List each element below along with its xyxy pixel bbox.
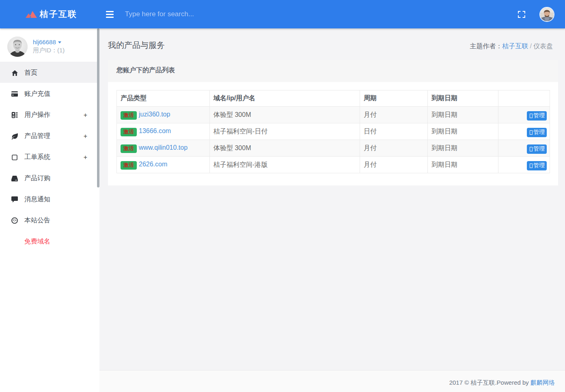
sidebar-user-id: 用户ID：(1)	[33, 47, 65, 54]
product-cell: 体验型 300M	[210, 140, 360, 157]
box-glyph-icon	[530, 164, 533, 168]
due-cell: 到期日期	[428, 123, 498, 140]
content-area: 我的产品与服务 主题作者：桔子互联/仪表盘 您账户下的产品列表 产品类型域名/i…	[99, 28, 565, 392]
manage-button-label: 管理	[533, 145, 545, 153]
product-cell: 体验型 300M	[210, 107, 360, 123]
status-badge: 激活	[121, 144, 137, 153]
table-row: 激活2626.com桔子福利空间-港版月付到期日期管理	[117, 157, 550, 173]
sidebar-scrollbar[interactable]	[97, 28, 99, 187]
domain-link[interactable]: 2626.com	[139, 161, 167, 168]
breadcrumb-separator: /	[530, 43, 532, 50]
sidebar-item-label: 工单系统	[24, 153, 84, 162]
cycle-cell: 月付	[360, 107, 428, 123]
table-header-4: 到期日期	[428, 90, 498, 107]
sidebar-item-8[interactable]: 本站公告	[0, 209, 99, 230]
domain-link[interactable]: 13666.com	[139, 127, 171, 134]
table-row: 激活13666.com桔子福利空间-日付日付到期日期管理	[117, 123, 550, 140]
sidebar-item-label: 产品订购	[24, 174, 92, 183]
sidebar-menu: 首页账户充值用户操作+产品管理+工单系统+产品订购消息通知本站公告免费域名	[0, 62, 99, 252]
sidebar-item-label: 账户充值	[24, 90, 92, 98]
product-cell: 桔子福利空间-日付	[210, 123, 360, 140]
caret-down-icon	[58, 41, 61, 43]
fullscreen-icon	[518, 11, 525, 18]
navbar-search	[125, 10, 513, 18]
footer-vendor-link[interactable]: 麒麟网络	[530, 379, 555, 387]
cycle-cell: 日付	[360, 123, 428, 140]
cycle-cell: 月付	[360, 140, 428, 157]
sidebar-user-panel: hlj66688 用户ID：(1)	[0, 28, 99, 62]
box-glyph-icon	[530, 114, 533, 118]
manage-button-label: 管理	[533, 129, 545, 136]
expand-plus-icon: +	[84, 133, 87, 140]
breadcrumb-prefix: 主题作者：	[470, 43, 502, 50]
sidebar: hlj66688 用户ID：(1) 首页账户充值用户操作+产品管理+工单系统+产…	[0, 28, 99, 392]
address-book-icon	[11, 112, 18, 118]
sidebar-item-free-domain[interactable]: 免费域名	[0, 230, 99, 252]
table-row: 激活www.qilin010.top体验型 300M月付到期日期管理	[117, 140, 550, 157]
status-badge: 激活	[121, 161, 137, 170]
page-title: 我的产品与服务	[108, 40, 165, 51]
sidebar-item-label: 首页	[24, 69, 92, 77]
due-cell: 到期日期	[428, 157, 498, 173]
sidebar-avatar-image	[7, 37, 28, 57]
expand-plus-icon: +	[84, 154, 87, 161]
panel-header: 您账户下的产品列表	[108, 60, 558, 82]
dashboard-icon	[11, 218, 18, 224]
manage-button[interactable]: 管理	[527, 111, 547, 121]
table-header-1: 产品类型	[117, 90, 210, 107]
expand-plus-icon: +	[84, 112, 87, 119]
sidebar-user-avatar	[7, 37, 28, 57]
sidebar-item-1[interactable]: 首页	[0, 62, 99, 83]
sidebar-item-7[interactable]: 消息通知	[0, 188, 99, 209]
due-cell: 到期日期	[428, 107, 498, 123]
fullscreen-button[interactable]	[513, 0, 530, 28]
status-badge: 激活	[121, 128, 137, 136]
breadcrumb: 主题作者：桔子互联/仪表盘	[470, 42, 553, 51]
breadcrumb-author-link[interactable]: 桔子互联	[502, 43, 528, 50]
credit-card-icon	[11, 91, 18, 97]
status-badge: 激活	[121, 111, 137, 120]
manage-button[interactable]: 管理	[527, 161, 547, 170]
sidebar-item-6[interactable]: 产品订购	[0, 167, 99, 188]
sidebar-username[interactable]: hlj66688	[33, 39, 65, 45]
page-footer: 2017 © 桔子互联.Powered by 麒麟网络	[99, 370, 565, 392]
mountain-logo-icon	[26, 11, 37, 18]
sidebar-item-3[interactable]: 用户操作+	[0, 104, 99, 125]
sidebar-item-label: 用户操作	[24, 111, 84, 119]
sidebar-toggle-button[interactable]	[106, 0, 125, 28]
top-navbar: 桔子互联	[0, 0, 565, 28]
sidebar-item-label: 本站公告	[24, 216, 92, 225]
search-input[interactable]	[125, 10, 295, 18]
domain-link[interactable]: juzi360.top	[139, 111, 170, 118]
brand-title: 桔子互联	[40, 9, 77, 20]
manage-button[interactable]: 管理	[527, 128, 547, 137]
breadcrumb-current: 仪表盘	[533, 43, 553, 50]
table-header-3: 周期	[360, 90, 428, 107]
due-cell: 到期日期	[428, 140, 498, 157]
manage-button-label: 管理	[533, 162, 545, 169]
brand-logo[interactable]: 桔子互联	[0, 0, 99, 28]
navbar-user-avatar[interactable]	[539, 7, 554, 22]
table-row: 激活juzi360.top体验型 300M月付到期日期管理	[117, 107, 550, 123]
sidebar-item-label: 消息通知	[24, 195, 92, 204]
navbar-avatar-image	[540, 8, 554, 21]
square-outline-icon	[11, 154, 18, 161]
home-icon	[11, 70, 18, 76]
hdd-icon	[11, 175, 18, 182]
product-cell: 桔子福利空间-港版	[210, 157, 360, 173]
products-panel: 您账户下的产品列表 产品类型域名/ip/用户名周期到期日期 激活juzi360.…	[108, 60, 558, 185]
sidebar-item-2[interactable]: 账户充值	[0, 83, 99, 104]
table-header-5	[498, 90, 550, 107]
comment-icon	[11, 196, 18, 203]
sidebar-item-4[interactable]: 产品管理+	[0, 125, 99, 146]
footer-copyright: 2017 © 桔子互联.Powered by	[449, 379, 529, 387]
table-header-2: 域名/ip/用户名	[210, 90, 360, 107]
manage-button-label: 管理	[533, 112, 545, 119]
sidebar-item-label: 产品管理	[24, 132, 84, 140]
box-glyph-icon	[530, 147, 533, 151]
sidebar-item-5[interactable]: 工单系统+	[0, 146, 99, 167]
hamburger-icon	[106, 11, 114, 12]
domain-link[interactable]: www.qilin010.top	[139, 144, 188, 151]
manage-button[interactable]: 管理	[527, 144, 547, 154]
products-table: 产品类型域名/ip/用户名周期到期日期 激活juzi360.top体验型 300…	[116, 90, 550, 173]
